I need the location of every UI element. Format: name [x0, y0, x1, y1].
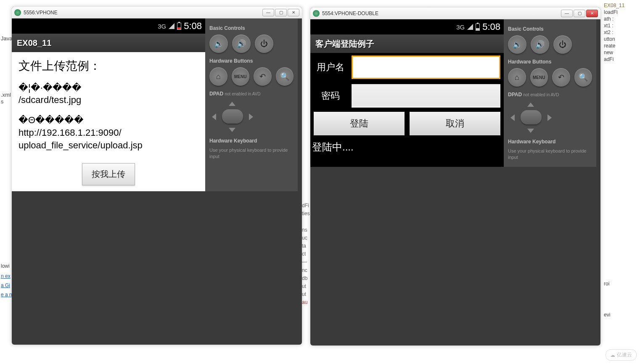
password-label: 密码: [314, 90, 347, 102]
emulator-side-panel-2: Basic Controls 🔈 🔊 ⏻ Hardware Buttons ⌂ …: [504, 19, 596, 167]
dpad-down-icon[interactable]: [229, 128, 235, 132]
watermark: ☁ 亿速云: [606, 349, 637, 361]
device-screen-2: 3G 5:08 客户端登陆例子 用户名 密码 登陆 取消 登: [310, 19, 504, 167]
network-icon: 3G: [158, 23, 166, 30]
volume-down-button[interactable]: 🔈: [209, 34, 228, 53]
dpad-control[interactable]: [508, 101, 554, 135]
url-text-line2: upload_file_service/upload.jsp: [19, 139, 198, 152]
panel-label-dpad: DPAD not enabled in AVD: [508, 92, 592, 98]
device-screen-1: 3G 5:08 EX08_11 文件上传范例： �¦�·���� /sdcard…: [12, 18, 205, 191]
panel-label-keyboard: Hardware Keyboard: [508, 139, 592, 145]
close-button[interactable]: ✕: [288, 9, 299, 16]
search-button[interactable]: 🔍: [574, 68, 592, 87]
signal-icon: [169, 23, 175, 29]
bg-text: Java: [1, 35, 12, 42]
cloud-icon: ☁: [610, 352, 615, 358]
panel-note-keyboard: Use your physical keyboard to provide in…: [508, 148, 592, 161]
power-button[interactable]: ⏻: [553, 35, 572, 54]
password-input[interactable]: [352, 84, 500, 108]
minimize-button[interactable]: —: [262, 9, 274, 16]
dpad-right-icon[interactable]: [547, 114, 552, 121]
app-content-1: 文件上传范例： �¦�·���� /sdcard/test.jpg �Θ����…: [12, 52, 205, 191]
android-status-bar: 3G 5:08: [12, 18, 205, 34]
bg-link[interactable]: a Gi: [1, 282, 10, 288]
emulator-side-panel-1: Basic Controls 🔈 🔊 ⏻ Hardware Buttons ⌂ …: [205, 18, 298, 191]
dpad-right-icon[interactable]: [249, 113, 253, 120]
menu-button[interactable]: MENU: [530, 68, 548, 87]
login-button[interactable]: 登陆: [314, 112, 405, 135]
close-button[interactable]: ✕: [586, 10, 598, 17]
heading-text: 文件上传范例：: [19, 58, 198, 74]
panel-label-hardware: Hardware Buttons: [209, 58, 294, 64]
volume-up-button[interactable]: 🔊: [531, 35, 549, 54]
android-status-bar: 3G 5:08: [310, 19, 504, 34]
panel-label-keyboard: Hardware Keyboard: [209, 138, 294, 144]
emulator-window-1: 5556:VPHONE — ▢ ✕ 3G 5:08 EX08_11 文件上传范例…: [12, 7, 302, 345]
bg-text: s: [1, 98, 4, 105]
file-path-text: /sdcard/test.jpg: [19, 94, 198, 106]
dpad-left-icon[interactable]: [510, 114, 515, 121]
title-bar[interactable]: 5554:VPHONE-DOUBLE — ▢ ✕: [310, 8, 600, 19]
bg-link: lowi: [1, 263, 10, 269]
minimize-button[interactable]: —: [561, 10, 573, 17]
home-button[interactable]: ⌂: [508, 68, 526, 87]
volume-down-button[interactable]: 🔈: [508, 35, 526, 54]
home-button[interactable]: ⌂: [209, 67, 227, 86]
volume-up-button[interactable]: 🔊: [232, 34, 251, 53]
maximize-button[interactable]: ▢: [574, 10, 585, 17]
app-icon: [313, 10, 320, 17]
panel-label-basic: Basic Controls: [209, 25, 294, 31]
upload-button[interactable]: 按我上传: [82, 163, 135, 185]
dpad-center-button[interactable]: [222, 109, 243, 124]
back-button[interactable]: ↶: [552, 68, 570, 87]
window-title: 5556:VPHONE: [24, 10, 58, 16]
panel-note-keyboard: Use your physical keyboard to provide in…: [209, 147, 294, 160]
action-bar: 客户端登陆例子: [310, 34, 504, 53]
title-bar[interactable]: 5556:VPHONE — ▢ ✕: [12, 7, 302, 18]
clock-text: 5:08: [482, 21, 500, 32]
username-input[interactable]: [352, 55, 500, 79]
dpad-center-button[interactable]: [521, 110, 542, 124]
login-status-text: 登陆中....: [310, 137, 504, 157]
ide-fragment: EX08_11 loadFi ath : xt1 : xt2 : utton r…: [602, 0, 640, 364]
app-icon: [14, 9, 21, 16]
username-label: 用户名: [314, 61, 347, 74]
menu-button[interactable]: MENU: [232, 67, 250, 86]
battery-icon: [177, 23, 181, 30]
battery-icon: [476, 24, 480, 31]
signal-icon: [467, 24, 473, 30]
window-title: 5554:VPHONE-DOUBLE: [322, 11, 378, 16]
app-content-2: 用户名 密码 登陆 取消 登陆中....: [310, 53, 504, 167]
bg-text: .xml: [1, 92, 11, 98]
maximize-button[interactable]: ▢: [275, 9, 287, 16]
garbled-text-2: �Θ�����: [19, 114, 198, 127]
network-icon: 3G: [456, 24, 465, 31]
panel-label-basic: Basic Controls: [508, 26, 592, 32]
action-bar: EX08_11: [12, 34, 205, 52]
url-text-line1: http://192.168.1.21:9090/: [19, 127, 198, 139]
search-button[interactable]: 🔍: [276, 67, 294, 86]
back-button[interactable]: ↶: [254, 67, 272, 86]
dpad-control[interactable]: [209, 100, 256, 134]
garbled-text-1: �¦�·����: [19, 82, 198, 94]
dpad-down-icon[interactable]: [527, 129, 534, 133]
bg-link[interactable]: e a n: [1, 292, 12, 298]
dpad-left-icon[interactable]: [212, 113, 216, 120]
dpad-up-icon[interactable]: [527, 103, 534, 107]
dpad-up-icon[interactable]: [229, 102, 235, 106]
panel-label-hardware: Hardware Buttons: [508, 59, 592, 65]
power-button[interactable]: ⏻: [255, 34, 273, 53]
background-code-peek: dFi ties ns uc ta ct — nc db ut ut au: [302, 202, 310, 306]
panel-label-dpad: DPAD not enabled in AVD: [209, 91, 294, 97]
emulator-window-2: 5554:VPHONE-DOUBLE — ▢ ✕ 3G 5:08 客户端登陆例子…: [310, 8, 600, 346]
bg-link[interactable]: n ex: [1, 273, 11, 279]
cancel-button[interactable]: 取消: [410, 112, 500, 135]
clock-text: 5:08: [184, 21, 202, 32]
